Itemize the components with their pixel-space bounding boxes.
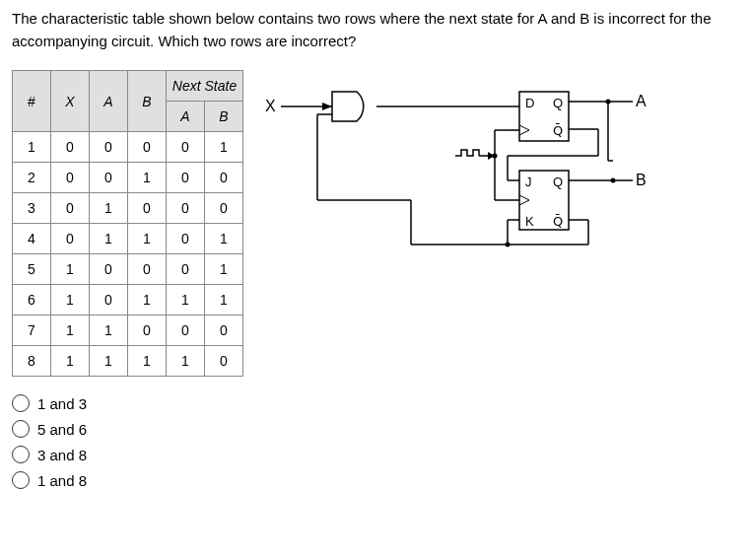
col-hash: # (13, 71, 51, 132)
svg-point-8 (493, 154, 498, 159)
table-cell: 0 (90, 285, 128, 315)
table-cell: 1 (90, 346, 128, 377)
table-row: 100001 (13, 132, 243, 163)
table-cell: 0 (51, 224, 90, 254)
table-cell: 1 (128, 163, 167, 193)
table-cell: 0 (167, 193, 205, 224)
table-row: 811110 (13, 346, 243, 377)
table-cell: 0 (205, 315, 243, 346)
label-j: J (525, 175, 532, 189)
table-cell: 1 (205, 224, 243, 254)
svg-point-25 (611, 178, 616, 183)
table-cell: 0 (51, 132, 90, 163)
table-cell: 1 (51, 315, 90, 346)
table-cell: 0 (90, 163, 128, 193)
option-2[interactable]: 5 and 6 (12, 420, 738, 438)
table-cell: 1 (13, 132, 51, 163)
col-next-a: A (167, 102, 205, 132)
table-cell: 0 (205, 346, 243, 377)
radio-icon (12, 471, 30, 489)
option-1[interactable]: 1 and 3 (12, 394, 738, 412)
question-text: The characteristic table shown below con… (12, 8, 738, 52)
table-cell: 1 (128, 285, 167, 315)
col-next: Next State (167, 71, 243, 102)
table-cell: 1 (205, 285, 243, 315)
table-cell: 0 (90, 132, 128, 163)
table-cell: 1 (51, 254, 90, 285)
table-row: 200100 (13, 163, 243, 193)
col-b: B (128, 71, 167, 132)
table-cell: 1 (128, 224, 167, 254)
svg-marker-1 (322, 103, 332, 110)
label-dq: Q (553, 96, 563, 110)
table-cell: 8 (13, 346, 51, 377)
table-cell: 1 (205, 254, 243, 285)
table-cell: 0 (167, 254, 205, 285)
table-cell: 1 (205, 132, 243, 163)
table-cell: 1 (90, 315, 128, 346)
option-label: 5 and 6 (37, 421, 87, 438)
label-d: D (525, 96, 534, 110)
table-cell: 0 (167, 163, 205, 193)
radio-icon (12, 446, 30, 463)
table-cell: 1 (167, 285, 205, 315)
table-cell: 0 (90, 254, 128, 285)
table-row: 510001 (13, 254, 243, 285)
table-cell: 0 (167, 315, 205, 346)
table-cell: 2 (13, 163, 51, 193)
option-3[interactable]: 3 and 8 (12, 446, 738, 463)
table-cell: 1 (128, 346, 167, 377)
table-cell: 0 (128, 193, 167, 224)
table-cell: 4 (13, 224, 51, 254)
label-jkqbar: Q̄ (553, 214, 563, 229)
table-cell: 1 (90, 193, 128, 224)
circuit-diagram: X D Q Q̄ J K Q Q̄ (263, 82, 738, 262)
and-gate-icon (332, 92, 364, 121)
option-label: 1 and 3 (37, 395, 87, 412)
table-cell: 0 (128, 132, 167, 163)
label-jkq: Q (553, 175, 563, 189)
table-row: 301000 (13, 193, 243, 224)
table-cell: 0 (167, 224, 205, 254)
radio-icon (12, 420, 30, 438)
table-cell: 5 (13, 254, 51, 285)
col-x: X (51, 71, 90, 132)
label-dqbar: Q̄ (553, 123, 563, 138)
radio-icon (12, 394, 30, 412)
table-row: 401101 (13, 224, 243, 254)
col-next-b: B (205, 102, 243, 132)
svg-point-24 (506, 243, 511, 247)
table-cell: 6 (13, 285, 51, 315)
col-a: A (90, 71, 128, 132)
table-cell: 0 (51, 163, 90, 193)
option-label: 3 and 8 (37, 447, 87, 463)
table-cell: 0 (128, 315, 167, 346)
table-cell: 1 (90, 224, 128, 254)
clock-icon (455, 150, 479, 156)
option-label: 1 and 8 (37, 472, 87, 489)
table-cell: 0 (167, 132, 205, 163)
option-4[interactable]: 1 and 8 (12, 471, 738, 489)
table-cell: 1 (51, 346, 90, 377)
table-row: 610111 (13, 285, 243, 315)
label-out-b: B (636, 172, 647, 188)
table-cell: 3 (13, 193, 51, 224)
characteristic-table: # X A B Next State A B 10000120010030100… (12, 70, 243, 377)
answer-options: 1 and 3 5 and 6 3 and 8 1 and 8 (12, 394, 738, 489)
label-out-a: A (636, 93, 647, 109)
label-k: K (525, 214, 534, 229)
table-cell: 7 (13, 315, 51, 346)
table-cell: 0 (205, 163, 243, 193)
table-cell: 1 (51, 285, 90, 315)
table-row: 711000 (13, 315, 243, 346)
table-cell: 1 (167, 346, 205, 377)
table-cell: 0 (128, 254, 167, 285)
label-x: X (265, 98, 276, 114)
table-cell: 0 (205, 193, 243, 224)
table-cell: 0 (51, 193, 90, 224)
